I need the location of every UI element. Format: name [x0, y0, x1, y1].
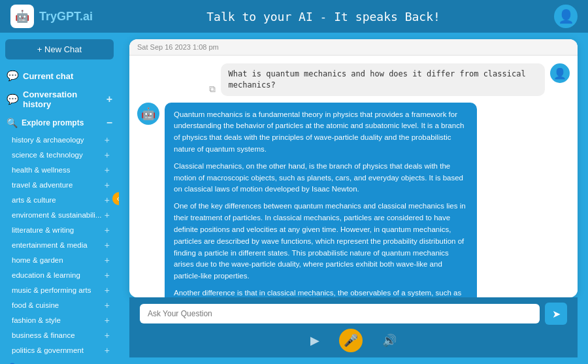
- category-expand-icon: +: [105, 315, 110, 325]
- header-title: Talk to your AI - It speaks Back!: [206, 10, 440, 24]
- logo-icon: 🤖: [10, 5, 34, 28]
- sidebar-category-item[interactable]: arts & culture+: [5, 193, 114, 207]
- sidebar-category-item[interactable]: music & performing arts+: [5, 283, 114, 297]
- category-expand-icon: +: [105, 165, 110, 175]
- sidebar: + New Chat « 💬 Current chat 💬 Conversati…: [0, 33, 119, 364]
- play-button[interactable]: ▶: [310, 333, 319, 348]
- ai-message: 🤖 Quantum mechanics is a fundamental the…: [137, 103, 570, 297]
- category-expand-icon: +: [105, 255, 110, 265]
- sidebar-persona[interactable]: 👤 Persona +: [5, 360, 114, 364]
- category-expand-icon: +: [105, 285, 110, 295]
- send-icon: ➤: [552, 308, 561, 320]
- sidebar-category-item[interactable]: history & archaeology+: [5, 133, 114, 147]
- ai-response-p4: Another difference is that in classical …: [174, 288, 468, 297]
- sidebar-explore-prompts[interactable]: 🔍 Explore prompts −: [5, 114, 114, 131]
- category-expand-icon: +: [105, 135, 110, 145]
- mic-button[interactable]: 🎤: [339, 329, 363, 352]
- category-expand-icon: +: [105, 150, 110, 160]
- category-expand-icon: +: [105, 210, 110, 220]
- sidebar-current-chat[interactable]: 💬 Current chat: [5, 67, 114, 84]
- sidebar-category-item[interactable]: food & cuisine+: [5, 298, 114, 312]
- category-expand-icon: +: [105, 225, 110, 235]
- sidebar-category-item[interactable]: science & technology+: [5, 148, 114, 162]
- play-icon: ▶: [310, 334, 319, 347]
- category-expand-icon: +: [105, 180, 110, 190]
- current-chat-label: Current chat: [23, 71, 73, 81]
- chat-input[interactable]: [140, 304, 540, 323]
- conversation-icon: 💬: [7, 93, 19, 105]
- explore-collapse-icon: −: [106, 117, 112, 129]
- send-button[interactable]: ➤: [545, 303, 567, 325]
- mic-icon: 🎤: [344, 333, 358, 348]
- bottom-bar: ➤ ▶ 🎤 🔊: [129, 297, 578, 357]
- chat-window: Sat Sep 16 2023 1:08 pm ⧉ What is quantu…: [129, 39, 578, 297]
- ai-response-p1: Quantum mechanics is a fundamental theor…: [174, 109, 468, 156]
- category-expand-icon: +: [105, 300, 110, 310]
- current-chat-icon: 💬: [7, 70, 19, 82]
- conversation-history-label: Conversation history: [23, 90, 106, 109]
- sidebar-category-item[interactable]: home & garden+: [5, 253, 114, 267]
- volume-icon: 🔊: [382, 334, 397, 347]
- new-chat-button[interactable]: + New Chat: [5, 39, 114, 59]
- bottom-controls: ▶ 🎤 🔊: [140, 325, 567, 352]
- user-avatar: 👤: [550, 63, 570, 83]
- user-message: ⧉ What is quantum mechanics and how does…: [137, 63, 570, 96]
- chat-area: Sat Sep 16 2023 1:08 pm ⧉ What is quantu…: [119, 33, 588, 364]
- sidebar-category-item[interactable]: business & finance+: [5, 328, 114, 342]
- sidebar-category-item[interactable]: fashion & style+: [5, 313, 114, 327]
- input-row: ➤: [140, 303, 567, 325]
- chat-messages: ⧉ What is quantum mechanics and how does…: [129, 56, 578, 297]
- sidebar-conversation-history[interactable]: 💬 Conversation history +: [5, 87, 114, 112]
- sidebar-category-item[interactable]: litterature & writing+: [5, 223, 114, 237]
- chat-date-header: Sat Sep 16 2023 1:08 pm: [129, 39, 578, 56]
- app-header: 🤖 TryGPT.ai Talk to your AI - It speaks …: [0, 0, 588, 33]
- sidebar-category-item[interactable]: travel & adventure+: [5, 178, 114, 192]
- ai-avatar: 🤖: [137, 103, 159, 125]
- logo-text: TryGPT.ai: [39, 10, 93, 24]
- ai-bubble: Quantum mechanics is a fundamental theor…: [165, 103, 477, 297]
- sidebar-category-item[interactable]: education & learning+: [5, 268, 114, 282]
- conversation-history-expand-icon: +: [106, 93, 112, 105]
- sidebar-category-item[interactable]: enviroment & sustainabili...+: [5, 208, 114, 222]
- copy-icon[interactable]: ⧉: [209, 84, 216, 95]
- sidebar-category-item[interactable]: health & wellness+: [5, 163, 114, 177]
- sidebar-category-item[interactable]: entertainment & media+: [5, 238, 114, 252]
- sidebar-category-item[interactable]: politics & government+: [5, 343, 114, 357]
- category-expand-icon: +: [105, 345, 110, 356]
- logo: 🤖 TryGPT.ai: [10, 5, 93, 28]
- category-expand-icon: +: [105, 330, 110, 340]
- volume-button[interactable]: 🔊: [382, 333, 397, 348]
- ai-response-p2: Classical mechanics, on the other hand, …: [174, 161, 468, 195]
- category-expand-icon: +: [105, 240, 110, 250]
- explore-prompts-label: Explore prompts: [22, 118, 84, 127]
- main-layout: + New Chat « 💬 Current chat 💬 Conversati…: [0, 33, 588, 364]
- category-list: history & archaeology+science & technolo…: [5, 133, 114, 357]
- header-avatar[interactable]: 👤: [554, 5, 578, 28]
- user-bubble: What is quantum mechanics and how does i…: [221, 63, 546, 96]
- category-expand-icon: +: [105, 195, 110, 205]
- ai-response-p3: One of the key differences between quant…: [174, 201, 468, 282]
- explore-icon: 🔍: [7, 118, 18, 128]
- category-expand-icon: +: [105, 270, 110, 280]
